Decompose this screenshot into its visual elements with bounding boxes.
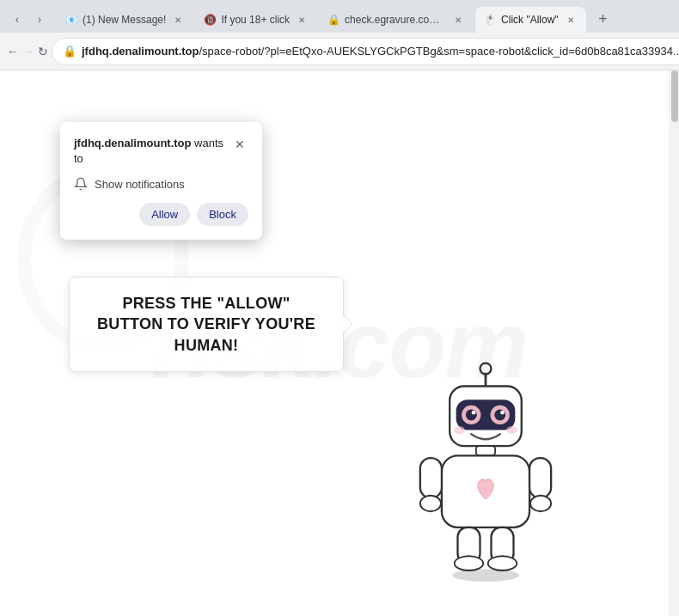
popup-header: jfdhq.denalimount.top wants to ✕ xyxy=(74,136,248,167)
svg-point-6 xyxy=(466,409,477,420)
svg-point-1 xyxy=(480,363,492,375)
svg-rect-14 xyxy=(420,458,442,497)
reload-button[interactable]: ↻ xyxy=(38,40,48,64)
address-bar: ← → ↻ 🔒 jfdhq.denalimount.top/space-robo… xyxy=(0,33,679,70)
popup-actions: Allow Block xyxy=(74,203,248,226)
url-path: /space-robot/?pl=eEtQxo-AUEKSLYGCkPGTBg&… xyxy=(199,45,679,58)
url-domain: jfdhq.denalimount.top xyxy=(82,45,199,58)
svg-rect-12 xyxy=(476,446,495,455)
tab-2-favicon: 🔞 xyxy=(204,14,216,26)
svg-point-8 xyxy=(472,411,476,415)
scrollbar-thumb[interactable] xyxy=(671,70,678,122)
popup-title: jfdhq.denalimount.top wants to xyxy=(74,136,231,167)
tab-1[interactable]: 📧 (1) New Message! ✕ xyxy=(57,7,193,33)
bell-icon xyxy=(74,177,88,191)
tab-2[interactable]: 🔞 If you 18+ click ✕ xyxy=(195,7,317,33)
next-tab-button[interactable]: › xyxy=(29,9,50,29)
tab-4[interactable]: 🖱️ Click "Allow" ✕ xyxy=(475,7,586,33)
svg-point-21 xyxy=(488,556,517,570)
allow-button[interactable]: Allow xyxy=(139,203,190,226)
svg-point-17 xyxy=(530,496,551,512)
permission-label: Show notifications xyxy=(95,178,185,191)
svg-point-16 xyxy=(420,496,441,512)
block-button[interactable]: Block xyxy=(197,203,248,226)
tab-3[interactable]: 🔒 check.egravure.com/7... ✕ xyxy=(319,7,474,33)
tab-3-favicon: 🔒 xyxy=(327,14,340,26)
speech-bubble-container: PRESS THE "ALLOW" BUTTON TO VERIFY YOU'R… xyxy=(69,277,344,372)
tab-1-title: (1) New Message! xyxy=(83,14,166,26)
security-icon: 🔒 xyxy=(63,45,76,58)
back-button[interactable]: ← xyxy=(7,40,19,64)
scrollbar[interactable] xyxy=(669,70,679,616)
page-content: risk.com jfdhq.denalimount.top wants to … xyxy=(0,70,679,616)
tab-1-close[interactable]: ✕ xyxy=(171,13,185,27)
tab-2-close[interactable]: ✕ xyxy=(295,13,309,27)
url-bar[interactable]: 🔒 jfdhq.denalimount.top/space-robot/?pl=… xyxy=(52,38,679,65)
tab-nav-buttons: ‹ › xyxy=(7,9,50,33)
robot-svg xyxy=(404,358,567,582)
popup-close-button[interactable]: ✕ xyxy=(231,136,248,153)
tab-bar: ‹ › 📧 (1) New Message! ✕ 🔞 If you 18+ cl… xyxy=(0,0,679,33)
speech-bubble: PRESS THE "ALLOW" BUTTON TO VERIFY YOU'R… xyxy=(69,277,344,372)
popup-permission-row: Show notifications xyxy=(74,177,248,191)
robot-illustration xyxy=(404,358,567,582)
browser-frame: ‹ › 📧 (1) New Message! ✕ 🔞 If you 18+ cl… xyxy=(0,0,679,616)
svg-rect-15 xyxy=(529,458,551,497)
tab-4-title: Click "Allow" xyxy=(501,14,559,26)
tab-4-favicon: 🖱️ xyxy=(484,14,496,26)
tab-1-favicon: 📧 xyxy=(65,14,77,26)
tab-4-close[interactable]: ✕ xyxy=(564,13,578,27)
svg-point-9 xyxy=(500,411,505,415)
popup-site-name: jfdhq.denalimount.top xyxy=(74,137,191,149)
tab-3-close[interactable]: ✕ xyxy=(451,13,465,27)
svg-point-10 xyxy=(454,426,465,434)
url-text: jfdhq.denalimount.top/space-robot/?pl=eE… xyxy=(82,45,679,58)
svg-point-20 xyxy=(455,556,483,570)
new-tab-button[interactable]: + xyxy=(591,7,615,31)
permission-popup: jfdhq.denalimount.top wants to ✕ Show no… xyxy=(60,122,262,240)
forward-button[interactable]: → xyxy=(22,40,34,64)
svg-point-7 xyxy=(494,409,505,420)
svg-point-11 xyxy=(506,426,517,434)
previous-tab-button[interactable]: ‹ xyxy=(7,9,28,29)
svg-point-22 xyxy=(452,569,519,582)
tab-2-title: If you 18+ click xyxy=(221,14,290,26)
tab-3-title: check.egravure.com/7... xyxy=(345,14,446,26)
bubble-text: PRESS THE "ALLOW" BUTTON TO VERIFY YOU'R… xyxy=(90,293,322,356)
